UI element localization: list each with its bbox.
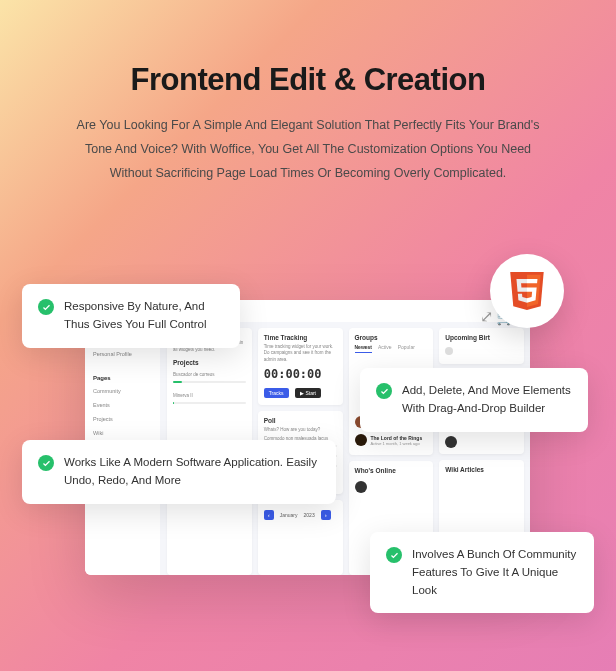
callout-undo-redo: Works Like A Modern Software Application…	[22, 440, 336, 504]
check-icon	[376, 383, 392, 399]
tab-active[interactable]: Active	[378, 344, 392, 353]
group-item[interactable]: The Lord of the Rings Active 1 month, 1 …	[355, 431, 428, 449]
year-label: 2023	[304, 512, 315, 518]
groups-title: Groups	[355, 334, 428, 341]
sidebar-item[interactable]: Projects	[93, 412, 152, 426]
sidebar-item[interactable]: Wiki	[93, 426, 152, 440]
callout-text: Involves A Bunch Of Community Features T…	[412, 546, 578, 599]
prev-button[interactable]: ‹	[264, 510, 274, 520]
group-name: The Lord of the Rings	[371, 435, 423, 441]
avatar	[355, 434, 367, 446]
sidebar-item[interactable]: Events	[93, 398, 152, 412]
check-icon	[386, 547, 402, 563]
tab-popular[interactable]: Popular	[398, 344, 415, 353]
progress-bar	[173, 381, 246, 383]
start-button[interactable]: ▶ Start	[295, 388, 321, 398]
group-meta: Active 1 month, 1 week ago	[371, 441, 423, 446]
tab-newest[interactable]: Newest	[355, 344, 373, 353]
time-title: Time Tracking	[264, 334, 337, 341]
html5-icon	[508, 272, 546, 310]
poll-title: Poll	[264, 417, 337, 424]
expand-icon[interactable]: ⤢	[480, 307, 488, 315]
poll-question: Whats? How are you today?	[264, 427, 337, 433]
month-label: January	[280, 512, 298, 518]
callout-text: Works Like A Modern Software Application…	[64, 454, 320, 490]
callout-community: Involves A Bunch Of Community Features T…	[370, 532, 594, 613]
members-title: Who's Online	[355, 467, 428, 474]
callout-text: Add, Delete, And Move Elements With Drag…	[402, 382, 572, 418]
tracks-button[interactable]: Tracks	[264, 388, 289, 398]
callout-drag-drop: Add, Delete, And Move Elements With Drag…	[360, 368, 588, 432]
upcoming-title: Upcoming Birt	[445, 334, 518, 341]
check-icon	[38, 455, 54, 471]
time-display: 00:00:00	[264, 367, 337, 381]
groups-tabs: Newest Active Popular	[355, 344, 428, 353]
callout-responsive: Responsive By Nature, And Thus Gives You…	[22, 284, 240, 348]
time-desc: Time tracking widget for your work. Do c…	[264, 344, 337, 363]
progress-bar	[173, 402, 246, 404]
avatar	[445, 436, 457, 448]
time-widget: Time Tracking Time tracking widget for y…	[258, 328, 343, 405]
member-item[interactable]	[355, 478, 428, 496]
birthday-item	[445, 344, 518, 358]
hero-title: Frontend Edit & Creation	[0, 0, 616, 98]
upcoming-widget: Upcoming Birt	[439, 328, 524, 364]
sidebar-section: Pages	[93, 375, 152, 381]
hero-description: Are You Looking For A Simple And Elegant…	[0, 98, 616, 185]
sidebar-item[interactable]: Community	[93, 384, 152, 398]
calendar-widget: ‹ January 2023 ›	[258, 500, 343, 575]
wiki-title: Wiki Articles	[445, 466, 518, 473]
project-name: Buscador de correos	[173, 372, 246, 378]
html5-badge	[490, 254, 564, 328]
avatar	[445, 347, 453, 355]
avatar	[355, 481, 367, 493]
next-button[interactable]: ›	[321, 510, 331, 520]
project-name: Minerva II	[173, 393, 246, 399]
check-icon	[38, 299, 54, 315]
callout-text: Responsive By Nature, And Thus Gives You…	[64, 298, 224, 334]
projects-title: Projects	[173, 359, 246, 366]
sidebar-item[interactable]: Personal Profile	[93, 347, 152, 361]
